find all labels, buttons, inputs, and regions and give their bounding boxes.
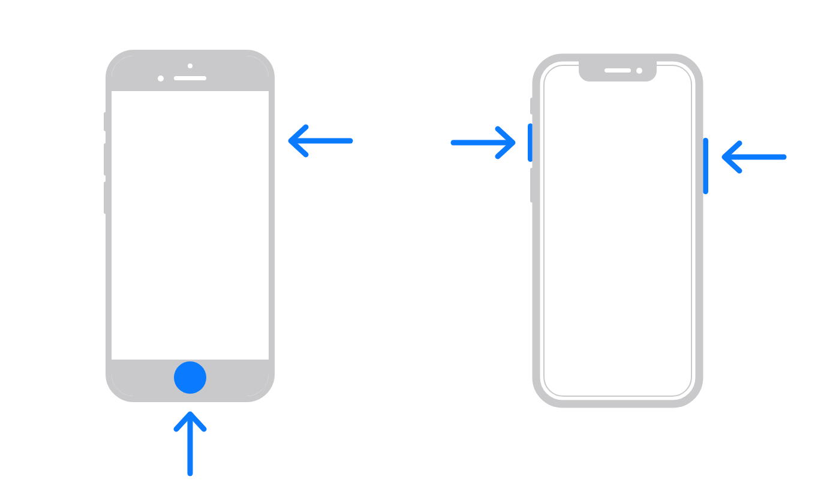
volume-down-button (104, 182, 107, 214)
phone-screen (116, 91, 264, 360)
screenshot-diagram (0, 0, 833, 504)
side-button-highlight (703, 138, 708, 194)
volume-up-button (104, 143, 107, 176)
arrow-right-to-volume-button (453, 129, 513, 156)
arrow-left-to-side-button (291, 127, 350, 155)
earpiece (605, 68, 631, 73)
mute-switch (530, 98, 534, 114)
iphone-face-id (528, 58, 708, 404)
front-camera (636, 68, 642, 74)
front-camera (188, 64, 193, 68)
home-button-highlight (174, 361, 206, 394)
arrow-up-to-home-button (176, 414, 204, 473)
screen-frame (544, 65, 691, 396)
mute-switch (104, 112, 107, 131)
top-bezel (112, 56, 269, 91)
iphone-home-button (104, 53, 275, 399)
volume-down-button (530, 168, 534, 203)
proximity-sensor (158, 76, 164, 82)
arrow-left-to-side-button-right-phone (724, 143, 784, 171)
earpiece (174, 76, 206, 80)
